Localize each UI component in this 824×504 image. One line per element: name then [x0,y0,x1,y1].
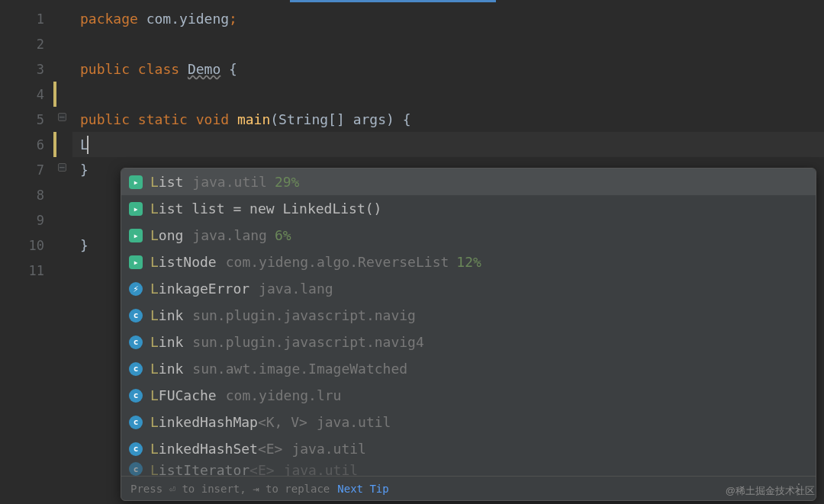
line-number: 8 [37,188,44,203]
line-number: 7 [37,162,44,178]
completion-text: LinkedHashSet<E>java.util [150,441,366,457]
footer-hint: Press ⏎ to insert, ⇥ to replace [130,483,330,495]
completion-item[interactable]: ⚡LinkageErrorjava.lang [121,275,816,302]
completion-text: Linksun.plugin.javascript.navig4 [150,334,424,350]
completion-text: List list = new LinkedList() [150,201,381,217]
completion-text: Linksun.awt.image.ImageWatched [150,361,407,377]
line-number: 1 [37,11,44,27]
line-number: 5 [37,112,44,127]
change-marker [53,82,56,107]
code-line: package com.yideng; [80,6,824,31]
completion-text: Listjava.util29% [150,174,299,190]
class-icon: c [129,309,143,323]
completion-popup[interactable]: ▸Listjava.util29%▸List list = new Linked… [121,168,816,501]
change-marker [53,132,56,157]
class-icon: c [129,416,143,429]
class-icon: c [129,362,143,376]
completion-text: LinkedHashMap<K, V>java.util [150,414,391,430]
completion-text: ListNodecom.yideng.algo.ReverseList12% [150,254,481,270]
fold-collapse-icon[interactable]: − [58,113,66,121]
code-line-current: L [72,132,824,157]
suggestion-icon: ▸ [129,202,143,216]
completion-text: LinkageErrorjava.lang [150,281,333,297]
completion-item[interactable]: cLinksun.plugin.javascript.navig [121,302,816,329]
bolt-icon: ⚡ [129,282,143,296]
completion-text: LFUCachecom.yideng.lru [150,387,341,403]
completion-text: ListIterator<E>java.util [150,462,358,476]
completion-item[interactable]: cListIterator<E>java.util [121,462,816,476]
class-icon: c [129,442,143,456]
fold-expand-icon[interactable]: − [58,163,66,172]
completion-item[interactable]: ▸List list = new LinkedList() [121,195,816,222]
line-number: 4 [37,87,44,102]
code-line [80,82,824,107]
completion-item[interactable]: cLFUCachecom.yideng.lru [121,382,816,409]
code-line: public class Demo { [80,56,824,82]
completion-item[interactable]: cLinksun.plugin.javascript.navig4 [121,329,816,355]
line-number: 9 [37,213,44,228]
completion-item[interactable]: ▸Listjava.util29% [121,169,816,195]
completion-item[interactable]: cLinksun.awt.image.ImageWatched [121,355,816,382]
line-number: 6 [37,137,44,152]
completion-item[interactable]: ▸ListNodecom.yideng.algo.ReverseList12% [121,249,816,275]
completion-item[interactable]: cLinkedHashSet<E>java.util [121,435,816,462]
class-icon: c [129,389,143,403]
line-number: 11 [29,263,44,278]
watermark: @稀土掘金技术社区 [726,484,815,498]
code-line: public static void main(String[] args) { [80,107,824,132]
line-number: 10 [29,238,44,253]
line-number: 2 [37,37,44,52]
suggestion-icon: ▸ [129,255,143,269]
suggestion-icon: ▸ [129,175,143,189]
class-icon: c [129,335,143,349]
popup-footer: Press ⏎ to insert, ⇥ to replace Next Tip… [121,476,816,500]
fold-column: − − [53,0,72,504]
suggestion-icon: ▸ [129,229,143,242]
completion-item[interactable]: ▸Longjava.lang6% [121,222,816,249]
next-tip-link[interactable]: Next Tip [337,483,388,495]
completion-text: Longjava.lang6% [150,227,291,243]
text-cursor [87,136,89,154]
class-icon: c [129,462,143,476]
code-line [80,31,824,56]
gutter: 1 2 3▶ 4 5▶ 6 7 8 9 10 11 [0,0,53,504]
completion-text: Linksun.plugin.javascript.navig [150,307,416,323]
completion-item[interactable]: cLinkedHashMap<K, V>java.util [121,409,816,435]
line-number: 3 [37,62,44,77]
